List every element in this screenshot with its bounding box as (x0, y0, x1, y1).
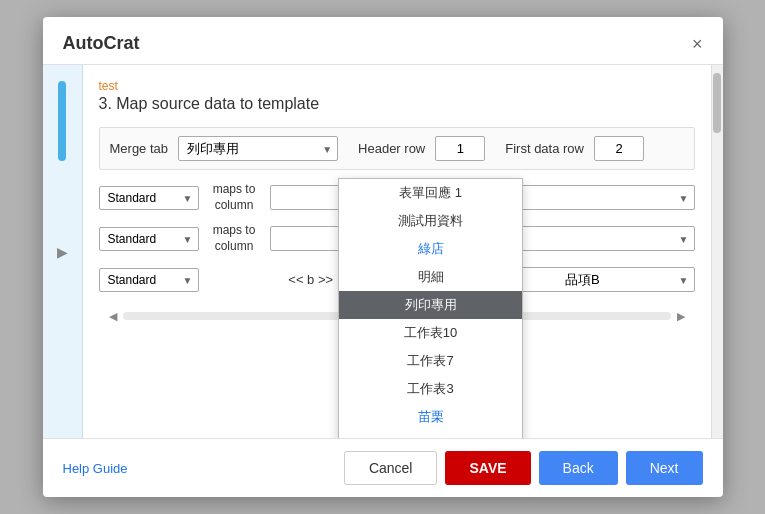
dialog-header: AutoCrat × (43, 17, 723, 65)
sidebar-arrow-icon[interactable]: ▶ (57, 244, 68, 260)
mapping-type-1[interactable]: Standard (99, 227, 199, 251)
merge-tab-label: Merge tab (110, 141, 169, 156)
dropdown-item-8[interactable]: 苗栗 (339, 403, 522, 431)
scroll-left-icon[interactable]: ◀ (109, 310, 117, 323)
header-row-input[interactable] (435, 136, 485, 161)
maps-to-1: maps tocolumn (207, 223, 262, 254)
mapping-type-0-wrapper: Standard ▼ (99, 186, 199, 210)
mapping-type-1-wrapper: Standard ▼ (99, 227, 199, 251)
merge-tab-select[interactable]: 列印專用 (178, 136, 338, 161)
merge-row: Merge tab 列印專用 ▼ 表單回應 1 測試用資料 綠店 明細 列印專用 (99, 127, 695, 170)
sidebar: ▶ (43, 65, 83, 438)
back-button[interactable]: Back (539, 451, 618, 485)
save-button[interactable]: SAVE (445, 451, 530, 485)
header-row-label: Header row (358, 141, 425, 156)
merge-tab-dropdown: 表單回應 1 測試用資料 綠店 明細 列印專用 工作表10 工作表7 工作表3 … (338, 178, 523, 438)
dropdown-item-4[interactable]: 列印專用 (339, 291, 522, 319)
close-button[interactable]: × (692, 35, 703, 53)
dialog-title: AutoCrat (63, 33, 140, 54)
dropdown-item-1[interactable]: 測試用資料 (339, 207, 522, 235)
help-guide-link[interactable]: Help Guide (63, 461, 128, 476)
scrollbar-thumb[interactable] (713, 73, 721, 133)
dropdown-item-2[interactable]: 綠店 (339, 235, 522, 263)
sidebar-progress-bar (58, 81, 66, 161)
mapping-type-2[interactable]: Standard (99, 268, 199, 292)
step-label: test (99, 79, 695, 93)
merge-tab-select-wrapper: 列印專用 ▼ 表單回應 1 測試用資料 綠店 明細 列印專用 工作表10 工作表… (178, 136, 338, 161)
main-content: test 3. Map source data to template Merg… (83, 65, 711, 438)
maps-to-0: maps tocolumn (207, 182, 262, 213)
cancel-button[interactable]: Cancel (344, 451, 438, 485)
dropdown-item-5[interactable]: 工作表10 (339, 319, 522, 347)
scroll-right-icon[interactable]: ▶ (677, 310, 685, 323)
dialog-body: ▶ test 3. Map source data to template Me… (43, 65, 723, 438)
dropdown-item-3[interactable]: 明細 (339, 263, 522, 291)
mapping-type-0[interactable]: Standard (99, 186, 199, 210)
dropdown-item-6[interactable]: 工作表7 (339, 347, 522, 375)
dialog-footer: Help Guide Cancel SAVE Back Next (43, 438, 723, 497)
first-data-label: First data row (505, 141, 584, 156)
dropdown-item-0[interactable]: 表單回應 1 (339, 179, 522, 207)
mapping-type-2-wrapper: Standard ▼ (99, 268, 199, 292)
autocrat-dialog: AutoCrat × ▶ test 3. Map source data to … (43, 17, 723, 497)
step-title: 3. Map source data to template (99, 95, 695, 113)
first-data-input[interactable] (594, 136, 644, 161)
dropdown-item-9[interactable]: 新莊 (339, 431, 522, 438)
vertical-scrollbar (711, 65, 723, 438)
footer-buttons: Cancel SAVE Back Next (344, 451, 703, 485)
dropdown-item-7[interactable]: 工作表3 (339, 375, 522, 403)
next-button[interactable]: Next (626, 451, 703, 485)
